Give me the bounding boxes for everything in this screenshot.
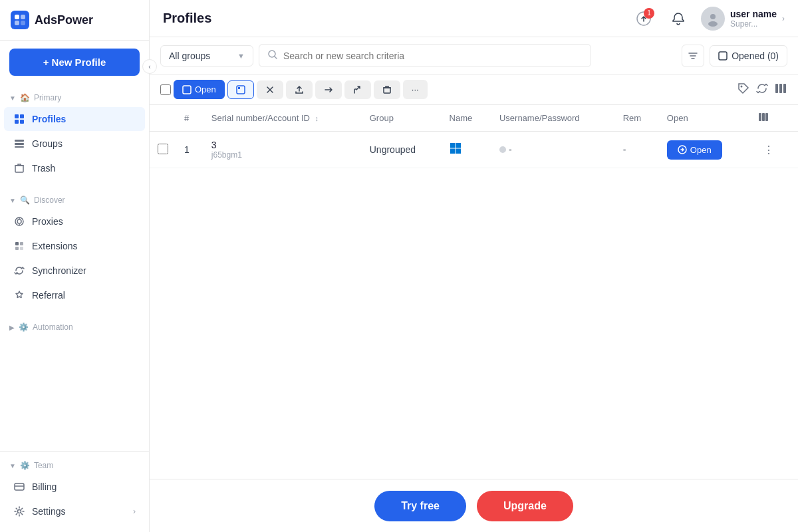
row-open-button[interactable]: Open bbox=[667, 140, 722, 160]
groups-select[interactable]: All groups ▼ bbox=[160, 45, 253, 66]
upgrade-button[interactable]: Upgrade bbox=[477, 491, 573, 521]
export-button[interactable] bbox=[286, 80, 313, 99]
refresh-icon[interactable] bbox=[755, 82, 769, 98]
tag-icon[interactable] bbox=[737, 82, 750, 98]
delete-button[interactable] bbox=[374, 80, 400, 99]
close-button[interactable] bbox=[257, 80, 283, 99]
account-id: j65bgm1 bbox=[211, 150, 354, 160]
groups-icon bbox=[13, 138, 25, 150]
more-actions-button[interactable]: ··· bbox=[403, 80, 428, 99]
discover-section-header[interactable]: ▼ 🔍 Discover bbox=[0, 192, 149, 209]
automation-section-header[interactable]: ▶ ⚙️ Automation bbox=[0, 319, 149, 336]
collapse-sidebar-button[interactable]: ‹ bbox=[142, 59, 157, 74]
search-box bbox=[259, 44, 591, 67]
row-open-label: Open bbox=[690, 145, 712, 155]
primary-label: Primary bbox=[34, 93, 61, 102]
sidebar-item-extensions[interactable]: Extensions bbox=[4, 234, 145, 258]
svg-rect-33 bbox=[775, 84, 778, 93]
proxies-label: Proxies bbox=[32, 216, 63, 227]
open-button[interactable]: Open bbox=[174, 80, 225, 99]
username-value: - bbox=[509, 144, 512, 155]
sidebar-item-referral[interactable]: Referral bbox=[4, 283, 145, 307]
bottom-banner: Try free Upgrade bbox=[150, 479, 798, 532]
groups-caret-icon: ▼ bbox=[237, 52, 245, 60]
svg-rect-1 bbox=[21, 15, 25, 19]
open-label: Open bbox=[195, 84, 216, 94]
topbar-right: 1 user name Super... › bbox=[632, 7, 785, 31]
new-profile-button[interactable]: + New Profile bbox=[9, 49, 140, 76]
table-container: # Serial number/Account ID ↕ Group Name … bbox=[150, 105, 798, 532]
filter-button[interactable] bbox=[682, 45, 704, 67]
browser-view-button[interactable] bbox=[227, 80, 254, 99]
row-checkbox-cell bbox=[150, 132, 176, 168]
profiles-label: Profiles bbox=[32, 114, 66, 124]
svg-rect-38 bbox=[765, 113, 768, 121]
col-serial[interactable]: Serial number/Account ID ↕ bbox=[203, 105, 362, 132]
referral-icon bbox=[13, 289, 25, 301]
svg-point-32 bbox=[741, 85, 743, 87]
row-rem: - bbox=[615, 132, 659, 168]
svg-rect-7 bbox=[20, 120, 24, 124]
svg-point-14 bbox=[19, 217, 20, 219]
opened-label: Opened (0) bbox=[732, 51, 779, 61]
svg-rect-20 bbox=[15, 483, 24, 490]
svg-rect-8 bbox=[15, 140, 24, 142]
upload-icon-btn[interactable]: 1 bbox=[632, 7, 656, 31]
discover-label: Discover bbox=[34, 196, 65, 205]
sort-icon: ↕ bbox=[315, 114, 319, 122]
user-menu[interactable]: user name Super... › bbox=[701, 7, 785, 31]
svg-rect-28 bbox=[183, 86, 191, 94]
move-button[interactable] bbox=[315, 80, 342, 99]
billing-label: Billing bbox=[32, 481, 57, 492]
svg-rect-40 bbox=[456, 143, 461, 148]
sidebar-item-groups[interactable]: Groups bbox=[4, 132, 145, 156]
try-free-button[interactable]: Try free bbox=[374, 491, 466, 521]
svg-point-21 bbox=[18, 510, 21, 513]
row-checkbox[interactable] bbox=[158, 144, 168, 154]
extensions-label: Extensions bbox=[32, 241, 77, 251]
synchronizer-label: Synchronizer bbox=[32, 265, 86, 276]
column-toggle-icon[interactable] bbox=[774, 82, 787, 98]
team-section-header[interactable]: ▼ ⚙️ Team bbox=[0, 457, 149, 474]
svg-rect-9 bbox=[15, 143, 24, 145]
row-group: Ungrouped bbox=[362, 132, 442, 168]
svg-rect-34 bbox=[779, 84, 782, 93]
proxies-icon bbox=[13, 215, 25, 227]
sidebar-item-billing[interactable]: Billing bbox=[4, 475, 145, 499]
share-button[interactable] bbox=[344, 80, 371, 99]
logo-icon bbox=[11, 11, 29, 29]
svg-rect-0 bbox=[15, 15, 19, 19]
synchronizer-icon bbox=[13, 265, 25, 277]
svg-rect-30 bbox=[238, 87, 240, 89]
primary-section-header[interactable]: ▼ 🏠 Primary bbox=[0, 89, 149, 106]
serial-number: 3 bbox=[211, 140, 354, 150]
svg-rect-18 bbox=[15, 247, 19, 250]
row-more-cell: ⋮ bbox=[750, 132, 798, 168]
sidebar-item-proxies[interactable]: Proxies bbox=[4, 209, 145, 233]
sidebar-item-trash[interactable]: Trash bbox=[4, 156, 145, 180]
sidebar-item-synchronizer[interactable]: Synchronizer bbox=[4, 259, 145, 283]
col-group: Group bbox=[362, 105, 442, 132]
search-input[interactable] bbox=[283, 51, 583, 61]
row-more-button[interactable]: ⋮ bbox=[758, 141, 779, 159]
settings-chevron-icon: › bbox=[133, 507, 136, 516]
page-title: Profiles bbox=[163, 11, 211, 26]
svg-rect-27 bbox=[719, 52, 727, 60]
opened-button[interactable]: Opened (0) bbox=[710, 45, 787, 66]
section-label-primary: 🏠 bbox=[20, 93, 30, 102]
select-all-checkbox[interactable] bbox=[160, 84, 171, 95]
avatar bbox=[701, 7, 725, 31]
automation-section: ▶ ⚙️ Automation bbox=[0, 313, 149, 341]
groups-label: Groups bbox=[32, 138, 63, 149]
proxy-status-dot bbox=[499, 146, 506, 153]
more-icon: ··· bbox=[412, 84, 419, 94]
row-serial: 3 j65bgm1 bbox=[203, 132, 362, 168]
sidebar-item-profiles[interactable]: Profiles bbox=[4, 107, 145, 131]
svg-rect-37 bbox=[762, 113, 765, 121]
notification-bell-icon[interactable] bbox=[666, 7, 690, 31]
col-checkbox bbox=[150, 105, 176, 132]
profiles-icon bbox=[13, 113, 25, 125]
sidebar-item-settings[interactable]: Settings › bbox=[4, 499, 145, 523]
svg-rect-39 bbox=[450, 143, 456, 148]
sidebar: AdsPower + New Profile ▼ 🏠 Primary Profi… bbox=[0, 0, 150, 532]
